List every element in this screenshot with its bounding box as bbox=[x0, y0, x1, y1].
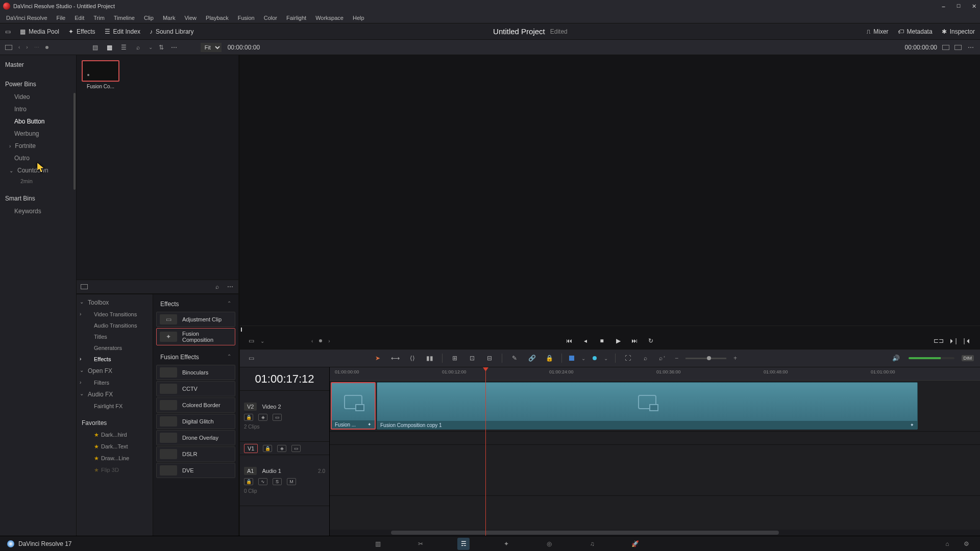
bin-item-countdown-2min[interactable]: 2min bbox=[0, 177, 76, 186]
menu-file[interactable]: File bbox=[53, 14, 70, 22]
search-chev-icon[interactable]: ⌄ bbox=[149, 44, 153, 50]
viewer-mode-chev-icon[interactable]: ⌄ bbox=[260, 338, 264, 344]
clip-fusion-1[interactable]: Fusion ...✦ bbox=[331, 382, 376, 430]
flag-blue-icon[interactable] bbox=[569, 356, 574, 361]
track-v1-label[interactable]: V1 bbox=[244, 444, 258, 453]
media-clip-thumb[interactable]: Fusion Co... bbox=[82, 60, 119, 89]
bin-item-keywords[interactable]: Keywords bbox=[0, 205, 76, 217]
track-v2-lock-icon[interactable]: 🔒 bbox=[244, 414, 253, 421]
viewer-scrubber[interactable] bbox=[240, 325, 980, 333]
media-pool-button[interactable]: ▦ Media Pool bbox=[20, 28, 59, 35]
fx-options-icon[interactable]: ⋯ bbox=[226, 283, 234, 291]
bin-item-fortnite[interactable]: Fortnite bbox=[0, 140, 76, 152]
zoom-to-fit-icon[interactable]: ⛶ bbox=[623, 353, 633, 363]
view-list-icon[interactable]: ☰ bbox=[120, 43, 128, 52]
bin-item-outro[interactable]: Outro bbox=[0, 152, 76, 164]
mixer-button[interactable]: ⎍ Mixer bbox=[867, 28, 888, 35]
media-page-button[interactable]: ▥ bbox=[372, 538, 384, 550]
track-v1-auto-icon[interactable]: ◈ bbox=[277, 445, 286, 452]
selection-tool[interactable]: ➤ bbox=[373, 353, 383, 363]
window-close-button[interactable] bbox=[971, 3, 977, 9]
window-maximize-button[interactable] bbox=[955, 3, 962, 9]
timeline-ruler[interactable]: 01:00:00:0001:00:12:0001:00:24:0001:00:3… bbox=[330, 367, 980, 381]
home-button[interactable]: ⌂ bbox=[941, 538, 953, 550]
master-bin[interactable]: Master bbox=[0, 58, 76, 71]
fx-filters[interactable]: Filters bbox=[77, 377, 153, 388]
custom-zoom-icon[interactable]: ⌕⁺ bbox=[657, 353, 668, 363]
bin-item-video[interactable]: Video bbox=[0, 91, 76, 103]
zoom-in-button[interactable]: + bbox=[733, 355, 737, 362]
fx-dve[interactable]: DVE bbox=[156, 463, 235, 478]
fx-titles[interactable]: Titles bbox=[77, 331, 153, 342]
fx-cat2-collapse-icon[interactable]: ⌃ bbox=[227, 354, 231, 361]
fx-search-icon[interactable]: ⌕ bbox=[213, 283, 221, 291]
marker-cyan-icon[interactable] bbox=[593, 356, 597, 360]
fx-fav-0[interactable]: ★Dark...hird bbox=[77, 429, 153, 441]
track-a1-curve-icon[interactable]: ∿ bbox=[258, 478, 267, 485]
inspector-button[interactable]: ✱ Inspector bbox=[942, 28, 975, 35]
edit-index-button[interactable]: ☰ Edit Index bbox=[105, 28, 140, 35]
match-next-icon[interactable]: › bbox=[328, 338, 330, 344]
fx-colored-border[interactable]: Colored Border bbox=[156, 397, 235, 413]
marker-tool[interactable]: ✎ bbox=[509, 353, 520, 363]
options-icon[interactable]: ⋯ bbox=[170, 43, 178, 52]
playhead[interactable] bbox=[485, 367, 486, 536]
menu-help[interactable]: Help bbox=[349, 14, 369, 22]
track-v2[interactable]: Fusion ...✦ Fusion Composition copy 1✦ bbox=[330, 381, 980, 432]
zoom-slider[interactable] bbox=[685, 358, 726, 359]
track-header-v2[interactable]: V2 Video 2 🔒 ◈ ▭ 2 Clips bbox=[240, 391, 329, 442]
detail-zoom-icon[interactable]: ⌕ bbox=[640, 353, 650, 363]
sound-library-button[interactable]: ♪ Sound Library bbox=[150, 28, 194, 35]
play-button[interactable]: ▶ bbox=[614, 336, 623, 345]
track-v2-label[interactable]: V2 bbox=[244, 403, 257, 411]
dim-button[interactable]: DIM bbox=[962, 355, 974, 361]
fairlight-page-button[interactable]: ♫ bbox=[586, 538, 598, 550]
sort-icon[interactable]: ⇅ bbox=[159, 44, 164, 51]
zoom-out-button[interactable]: − bbox=[675, 355, 678, 362]
fx-cat-collapse-icon[interactable]: ⌃ bbox=[227, 300, 231, 308]
bins-scrollbar[interactable] bbox=[74, 93, 76, 190]
stop-button[interactable]: ■ bbox=[597, 336, 606, 345]
loop-button[interactable]: ↻ bbox=[646, 336, 655, 345]
goto-in-button[interactable]: ⏵| bbox=[948, 336, 958, 345]
menu-workspace[interactable]: Workspace bbox=[311, 14, 348, 22]
flag-chev-icon[interactable]: ⌄ bbox=[581, 356, 585, 361]
menu-playback[interactable]: Playback bbox=[202, 14, 233, 22]
fx-adjustment-clip[interactable]: ▭Adjustment Clip bbox=[156, 312, 235, 327]
nav-dots[interactable]: ⋯ bbox=[34, 44, 39, 50]
cut-page-button[interactable]: ✂ bbox=[414, 538, 427, 550]
fx-generators[interactable]: Generators bbox=[77, 342, 153, 354]
fx-fairlight[interactable]: Fairlight FX bbox=[77, 400, 153, 412]
replace-clip-tool[interactable]: ⊟ bbox=[484, 353, 495, 363]
fx-audio-transitions[interactable]: Audio Transitions bbox=[77, 320, 153, 331]
track-v2-auto-icon[interactable]: ◈ bbox=[258, 414, 267, 421]
fx-video-transitions[interactable]: Video Transitions bbox=[77, 309, 153, 320]
volume-icon[interactable]: 🔊 bbox=[891, 353, 901, 363]
blade-tool[interactable]: ▮▮ bbox=[425, 353, 435, 363]
fx-dslr[interactable]: DSLR bbox=[156, 446, 235, 462]
timeline-scrollbar[interactable] bbox=[330, 530, 980, 536]
menu-fairlight[interactable]: Fairlight bbox=[282, 14, 310, 22]
fx-effects[interactable]: Effects bbox=[77, 354, 153, 365]
goto-start-button[interactable]: ⏮ bbox=[565, 336, 574, 345]
marker-chev-icon[interactable]: ⌄ bbox=[604, 356, 608, 361]
view-thumb-icon[interactable]: ▤ bbox=[91, 43, 100, 52]
fx-audiofx[interactable]: Audio FX bbox=[77, 388, 153, 400]
media-pool-grid[interactable]: Fusion Co... bbox=[77, 55, 238, 280]
bin-item-abo-button[interactable]: Abo Button bbox=[0, 115, 76, 128]
edit-page-button[interactable]: ☴ bbox=[457, 538, 470, 550]
match-frame-button[interactable]: ⊏⊐ bbox=[934, 336, 943, 345]
insert-clip-tool[interactable]: ⊞ bbox=[450, 353, 460, 363]
track-v1-lock-icon[interactable]: 🔒 bbox=[263, 445, 272, 452]
trim-tool[interactable]: ⟷ bbox=[390, 353, 400, 363]
link-tool[interactable]: 🔗 bbox=[527, 353, 537, 363]
color-page-button[interactable]: ◎ bbox=[543, 538, 555, 550]
track-v2-enable-icon[interactable]: ▭ bbox=[273, 414, 282, 421]
panel-toggle2-icon[interactable] bbox=[81, 284, 88, 289]
lock-tool[interactable]: 🔒 bbox=[544, 353, 554, 363]
track-a1-label[interactable]: A1 bbox=[244, 467, 257, 475]
fx-fav-2[interactable]: ★Draw...Line bbox=[77, 453, 153, 464]
fx-cat-fusion-effects[interactable]: Fusion Effects bbox=[160, 354, 199, 361]
menu-edit[interactable]: Edit bbox=[70, 14, 88, 22]
volume-slider[interactable] bbox=[909, 357, 954, 359]
